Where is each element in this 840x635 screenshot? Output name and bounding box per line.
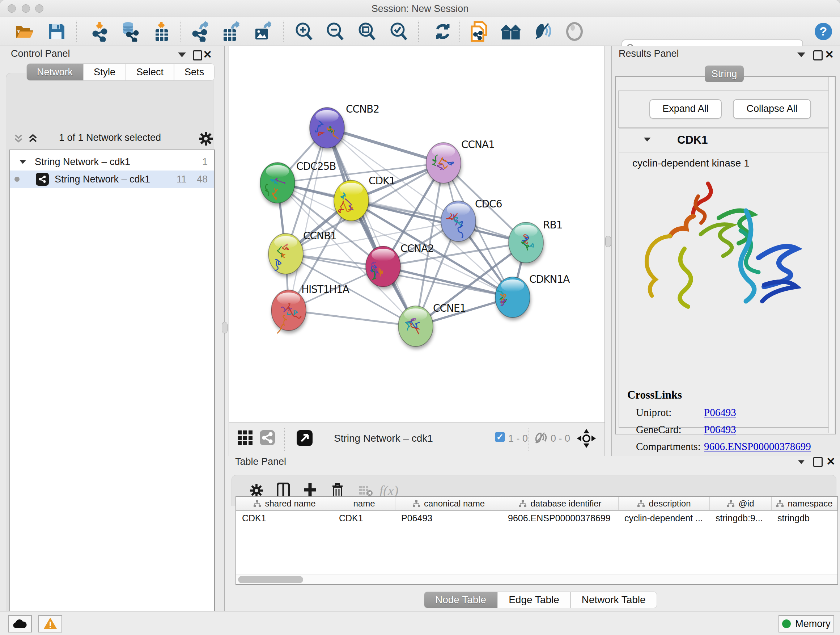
export-table-icon[interactable] bbox=[221, 22, 242, 41]
crosslink-link[interactable]: P06493 bbox=[704, 424, 736, 435]
table-panel: Table Panel ✕ bbox=[225, 456, 840, 611]
zoom-out-icon[interactable] bbox=[325, 22, 345, 41]
float-panel-icon[interactable] bbox=[798, 460, 805, 464]
close-panel-icon[interactable]: ✕ bbox=[203, 48, 212, 61]
tab-sets[interactable]: Sets bbox=[174, 63, 215, 81]
network-share-icon[interactable] bbox=[259, 430, 275, 446]
scrollbar-thumb[interactable] bbox=[238, 576, 303, 583]
string-home-icon[interactable] bbox=[501, 22, 521, 41]
hide-glasses-icon[interactable] bbox=[532, 22, 553, 41]
save-session-icon[interactable] bbox=[46, 22, 66, 41]
title-bar: Session: New Session bbox=[0, 0, 840, 17]
tab-network-table[interactable]: Network Table bbox=[570, 592, 657, 608]
table-cell[interactable]: P06493 bbox=[395, 511, 502, 525]
fit-selected-crosshair-icon[interactable] bbox=[577, 429, 596, 448]
expand-all-button[interactable]: Expand All bbox=[649, 99, 722, 119]
column-namespace-icon bbox=[637, 500, 645, 507]
close-panel-icon[interactable]: ✕ bbox=[825, 48, 834, 61]
memory-button[interactable]: Memory bbox=[778, 615, 834, 632]
zoom-fit-content-icon[interactable] bbox=[357, 22, 377, 41]
network-node-cdkn1a[interactable]: CDKN1A bbox=[495, 273, 570, 318]
gene-section: CDK1 cyclin-dependent kinase 1 bbox=[619, 128, 831, 428]
maximize-panel-icon[interactable] bbox=[813, 457, 823, 467]
tab-string[interactable]: String bbox=[705, 65, 744, 82]
crosslink-row: Uniprot:P06493 bbox=[619, 407, 831, 418]
collapse-all-button[interactable]: Collapse All bbox=[733, 99, 811, 119]
maximize-panel-icon[interactable] bbox=[813, 50, 823, 60]
table-row[interactable]: CDK1CDK1P064939606.ENSP00000378699cyclin… bbox=[236, 511, 837, 525]
table-cell[interactable]: 9606.ENSP00000378699 bbox=[502, 511, 619, 525]
control-panel: Control Panel ✕ Network Style Select Set… bbox=[0, 46, 225, 611]
network-edge[interactable] bbox=[289, 128, 327, 310]
tab-edge-table[interactable]: Edge Table bbox=[497, 592, 570, 608]
node-label: CDC6 bbox=[475, 198, 502, 210]
gene-section-header[interactable]: CDK1 bbox=[619, 129, 831, 152]
tab-node-table[interactable]: Node Table bbox=[424, 592, 497, 608]
export-network-icon[interactable] bbox=[191, 22, 211, 41]
table-cell[interactable]: cyclin-dependent ... bbox=[619, 511, 710, 525]
maximize-panel-icon[interactable] bbox=[193, 50, 202, 60]
import-table-from-file-icon[interactable] bbox=[151, 22, 172, 41]
control-panel-title: Control Panel bbox=[11, 48, 70, 59]
network-node-ccne1[interactable]: CCNE1 bbox=[398, 302, 466, 347]
node-table[interactable]: shared namename canonical name database … bbox=[235, 496, 838, 585]
float-panel-icon[interactable] bbox=[178, 52, 186, 57]
export-image-icon[interactable] bbox=[253, 22, 273, 41]
network-node-cdk1[interactable]: CDK1 bbox=[334, 175, 395, 221]
network-collection-row[interactable]: String Network – cdk1 1 bbox=[10, 153, 214, 171]
network-node-rb1[interactable]: RB1 bbox=[508, 219, 562, 263]
right-splitter-handle[interactable] bbox=[605, 236, 611, 247]
network-node-ccna1[interactable]: CCNA1 bbox=[426, 139, 494, 183]
network-edge[interactable] bbox=[327, 128, 444, 163]
cloud-status-button[interactable] bbox=[8, 615, 32, 632]
column-header-namespace[interactable]: namespace bbox=[772, 497, 837, 510]
network-node-ccnb1[interactable]: CCNB1 bbox=[268, 230, 336, 274]
table-cell[interactable]: stringdb:9... bbox=[710, 511, 772, 525]
column-header-database-identifier[interactable]: database identifier bbox=[502, 497, 619, 510]
network-row[interactable]: String Network – cdk1 11 48 bbox=[10, 171, 214, 188]
collapse-section-icon[interactable] bbox=[644, 138, 651, 141]
crosslink-link[interactable]: P06493 bbox=[704, 407, 736, 418]
network-canvas[interactable]: CCNB2CCNA1CDC25BCDK1CDC6RB1CCNB1CCNA2CDK… bbox=[229, 46, 605, 423]
column-header-label: database identifier bbox=[531, 499, 601, 509]
collection-label: String Network – cdk1 bbox=[35, 157, 130, 168]
cloud-icon bbox=[13, 619, 27, 629]
help-icon[interactable]: ? bbox=[813, 22, 834, 41]
import-network-from-database-icon[interactable] bbox=[119, 22, 140, 41]
column-header-name[interactable]: name bbox=[333, 497, 395, 510]
table-cell[interactable]: stringdb bbox=[772, 511, 837, 525]
crosslink-link[interactable]: 9606.ENSP00000378699 bbox=[704, 440, 811, 453]
table-horizontal-scrollbar[interactable] bbox=[236, 575, 837, 584]
column-header-shared-name[interactable]: shared name bbox=[236, 497, 333, 510]
grid-view-icon[interactable] bbox=[237, 430, 254, 447]
table-cell[interactable]: CDK1 bbox=[236, 511, 333, 525]
selected-checkbox-icon[interactable]: ✓ bbox=[495, 432, 505, 442]
open-session-icon[interactable] bbox=[14, 22, 35, 41]
birds-eye-view-icon[interactable] bbox=[296, 430, 313, 447]
apply-preferred-layout-icon[interactable] bbox=[433, 22, 453, 41]
network-node-cdc25b[interactable]: CDC25B bbox=[260, 160, 336, 203]
import-network-from-file-icon[interactable] bbox=[90, 22, 111, 41]
tab-network[interactable]: Network bbox=[27, 63, 83, 81]
network-node-hist1h1a[interactable]: HIST1H1A bbox=[271, 283, 349, 333]
close-panel-icon[interactable]: ✕ bbox=[826, 455, 835, 468]
column-header-canonical-name[interactable]: canonical name bbox=[395, 497, 502, 510]
table-cell[interactable]: CDK1 bbox=[333, 511, 395, 525]
left-splitter-handle[interactable] bbox=[222, 322, 227, 333]
tab-style[interactable]: Style bbox=[83, 63, 126, 81]
network-edge[interactable] bbox=[327, 128, 416, 326]
zoom-in-icon[interactable] bbox=[294, 22, 314, 41]
warnings-button[interactable] bbox=[38, 615, 62, 632]
zoom-selected-icon[interactable] bbox=[388, 22, 409, 41]
column-header-description[interactable]: description bbox=[619, 497, 710, 510]
column-header--id[interactable]: @id bbox=[710, 497, 772, 510]
results-scrollbar[interactable] bbox=[829, 77, 834, 433]
network-edge[interactable] bbox=[289, 310, 416, 326]
float-panel-icon[interactable] bbox=[797, 52, 805, 57]
collection-collapse-icon[interactable] bbox=[19, 160, 26, 164]
network-selection-status: 1 of 1 Network selected bbox=[9, 132, 211, 143]
open-in-browser-icon[interactable] bbox=[469, 22, 489, 41]
tab-select[interactable]: Select bbox=[126, 63, 174, 81]
column-header-label: description bbox=[649, 499, 691, 509]
network-options-gear-icon[interactable] bbox=[199, 131, 213, 146]
